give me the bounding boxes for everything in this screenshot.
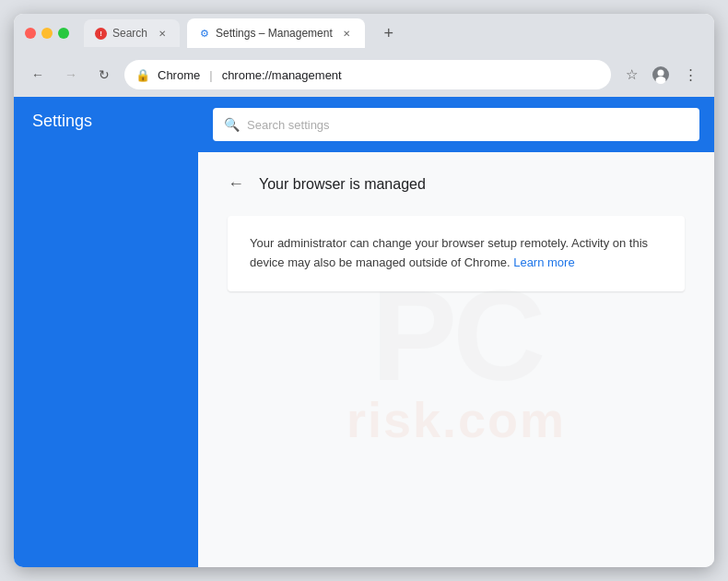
content-area: Settings 🔍 Search settings PC risk.com <box>14 97 714 567</box>
info-box: Your administrator can change your brows… <box>228 216 685 291</box>
tab-search[interactable]: ! Search ✕ <box>84 19 180 47</box>
tab-settings-label: Settings – Management <box>216 27 333 40</box>
watermark-risk: risk.com <box>346 391 566 448</box>
sidebar: Settings <box>14 97 198 567</box>
svg-point-2 <box>656 77 666 84</box>
traffic-lights <box>25 28 69 39</box>
search-icon: 🔍 <box>224 117 240 132</box>
url-divider: | <box>209 68 212 82</box>
forward-button[interactable]: → <box>58 62 84 88</box>
back-arrow-button[interactable]: ← <box>228 174 244 194</box>
address-bar: ← → ↻ 🔒 Chrome | chrome://management ☆ ⋮ <box>14 53 714 97</box>
sidebar-title: Settings <box>14 112 198 131</box>
tab-search-close[interactable]: ✕ <box>155 27 169 41</box>
learn-more-link[interactable]: Learn more <box>513 255 574 269</box>
bookmark-button[interactable]: ☆ <box>618 62 644 88</box>
settings-search-placeholder: Search settings <box>247 118 330 132</box>
close-button[interactable] <box>25 28 36 39</box>
page-header: ← Your browser is managed <box>228 174 685 194</box>
browser-window: ! Search ✕ ⚙ Settings – Management ✕ + ←… <box>14 14 714 567</box>
svg-point-1 <box>658 70 664 77</box>
settings-search-bar: 🔍 Search settings <box>198 97 714 152</box>
main-content: 🔍 Search settings PC risk.com ← Your bro… <box>198 97 714 567</box>
maximize-button[interactable] <box>58 28 69 39</box>
refresh-button[interactable]: ↻ <box>91 62 117 88</box>
settings-search-input[interactable]: 🔍 Search settings <box>213 108 699 141</box>
minimize-button[interactable] <box>41 28 53 39</box>
menu-button[interactable]: ⋮ <box>677 62 703 88</box>
tab-settings[interactable]: ⚙ Settings – Management ✕ <box>187 18 365 48</box>
page-title: Your browser is managed <box>259 176 426 193</box>
url-bar[interactable]: 🔒 Chrome | chrome://management <box>124 60 611 89</box>
info-text: Your administrator can change your brows… <box>250 234 663 273</box>
back-button[interactable]: ← <box>25 62 51 88</box>
tab-search-label: Search <box>112 27 147 40</box>
new-tab-button[interactable]: + <box>376 20 402 46</box>
account-icon <box>652 65 670 84</box>
account-button[interactable] <box>648 62 674 88</box>
info-text-content: Your administrator can change your brows… <box>250 236 648 269</box>
tab-settings-favicon: ⚙ <box>198 28 210 40</box>
watermark: PC risk.com <box>346 271 566 448</box>
url-path: chrome://management <box>222 68 342 82</box>
tab-settings-close[interactable]: ✕ <box>340 27 354 41</box>
toolbar-right: ☆ ⋮ <box>618 62 703 88</box>
tab-search-favicon: ! <box>95 28 107 40</box>
lock-icon: 🔒 <box>135 68 150 82</box>
settings-page: PC risk.com ← Your browser is managed Yo… <box>198 152 714 567</box>
url-chrome: Chrome <box>158 68 200 82</box>
title-bar: ! Search ✕ ⚙ Settings – Management ✕ + <box>14 14 714 53</box>
